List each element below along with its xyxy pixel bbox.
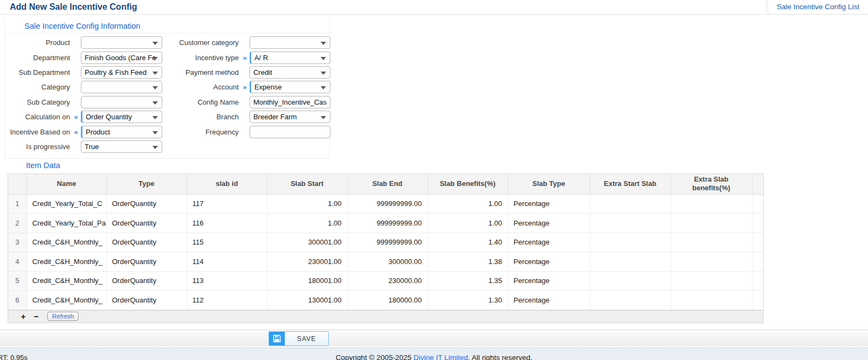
cell: Percentage — [508, 252, 590, 272]
copyright-text: Copyright © 2005-2025 Divine IT Limited.… — [0, 353, 868, 360]
cell — [752, 271, 763, 291]
required-marker: » — [70, 113, 81, 121]
page: Add New Sale Incentive Config Sale Incen… — [0, 0, 868, 360]
add-row-button[interactable]: + — [17, 311, 30, 322]
floppy-disk-icon — [269, 332, 285, 345]
cell: Percentage — [508, 214, 590, 233]
form-field-row: Payment methodCredit — [168, 65, 330, 80]
form-field-row: BranchBreeder Farm — [168, 110, 330, 124]
form-field-row: Incentive type»A/ R — [168, 50, 330, 65]
column-header-extra-slab-benefits: Extra Slab benefits(%) — [671, 174, 752, 194]
chevron-down-icon — [152, 131, 158, 134]
table-row[interactable]: 1Credit_Yearly_Total_COrderQuantity1171.… — [8, 194, 763, 214]
cell: 230000.00 — [347, 271, 427, 291]
field-value: Order Quantity — [86, 113, 158, 121]
field-value: Poultry & Fish Feed — [85, 68, 158, 76]
page-title: Add New Sale Incentive Config — [10, 2, 137, 12]
sale-incentive-config-list-link[interactable]: Sale Incentive Config List — [767, 0, 868, 15]
table-row[interactable]: 2Credit_Yearly_Total_PaOrderQuantity1161… — [8, 214, 763, 233]
column-header-slab-end: Slab End — [347, 174, 427, 194]
cell — [752, 194, 763, 214]
field-label-product: Product — [5, 38, 70, 47]
cell: 999999999.00 — [347, 214, 427, 233]
chevron-down-icon — [152, 57, 158, 60]
column-header-slab-start: Slab Start — [267, 174, 347, 194]
divine-it-link[interactable]: Divine IT Limited — [413, 353, 468, 360]
chevron-down-icon — [321, 42, 326, 45]
cell: 230001.00 — [267, 252, 347, 272]
cell — [671, 271, 752, 291]
table-row[interactable]: 5Credit_C&H_Monthly_OrderQuantity1131800… — [8, 271, 763, 291]
table-header: NameTypeslab idSlab StartSlab EndSlab Be… — [8, 174, 763, 194]
cell: 1.00 — [427, 214, 508, 233]
cell: 1.00 — [267, 194, 347, 214]
chevron-down-icon — [152, 42, 158, 45]
cell — [590, 194, 671, 214]
cell: Credit_C&H_Monthly_ — [27, 252, 106, 272]
cell: Percentage — [508, 291, 590, 310]
incentive-based-on-select[interactable]: Product — [81, 126, 162, 138]
is-progressive-select[interactable]: True — [81, 140, 162, 153]
form-field-row: Config NameMonthly_Incentive_Cash — [168, 95, 330, 110]
table-row[interactable]: 6Credit_C&H_Monthly_OrderQuantity1121300… — [8, 291, 763, 310]
field-value: Credit — [253, 68, 327, 76]
department-select[interactable]: Finish Goods (Care Fe — [81, 52, 162, 64]
account-select[interactable]: Expense — [250, 81, 330, 93]
cell — [671, 194, 752, 214]
remove-row-button[interactable]: − — [30, 311, 43, 322]
sub-department-select[interactable]: Poultry & Fish Feed — [81, 66, 162, 79]
calculation-on-select[interactable]: Order Quantity — [81, 111, 162, 123]
form-right-column: Customer categoryIncentive type»A/ RPaym… — [168, 35, 330, 154]
sub-category-select[interactable] — [81, 96, 162, 108]
column-header-blank — [8, 174, 27, 194]
cell: OrderQuantity — [106, 271, 187, 291]
cell: 117 — [187, 194, 267, 214]
table-row[interactable]: 3Credit_C&H_Monthly_OrderQuantity1153000… — [8, 233, 763, 252]
cell — [752, 252, 763, 272]
cell: Percentage — [508, 233, 590, 252]
cell — [590, 214, 671, 233]
field-label-incentive-based-on: Incentive Based on — [5, 128, 70, 136]
cell: 180001.00 — [267, 271, 347, 291]
table-row[interactable]: 4Credit_C&H_Monthly_OrderQuantity1142300… — [8, 252, 763, 272]
config-name-input[interactable]: Monthly_Incentive_Cash — [250, 96, 330, 108]
save-button[interactable]: SAVE — [269, 331, 329, 346]
form-field-row: Customer category — [168, 35, 330, 50]
category-select[interactable] — [81, 81, 162, 93]
cell — [671, 252, 752, 272]
field-value: Breeder Farm — [253, 113, 327, 121]
payment-method-select[interactable]: Credit — [250, 66, 330, 79]
item-data-grid: NameTypeslab idSlab StartSlab EndSlab Be… — [8, 173, 764, 323]
cell: Percentage — [508, 271, 590, 291]
form-field-row: Is progressiveTrue — [5, 139, 168, 154]
field-value: Product — [86, 128, 158, 136]
field-value: Expense — [254, 83, 327, 91]
row-number-cell: 3 — [8, 233, 27, 252]
field-label-sub-category: Sub Category — [5, 98, 70, 106]
chevron-down-icon — [321, 57, 326, 60]
form-field-row: DepartmentFinish Goods (Care Fe — [5, 50, 168, 65]
cell — [590, 291, 671, 310]
column-header-blank — [752, 174, 763, 194]
cell: 1.30 — [427, 291, 508, 310]
form-field-row: Account»Expense — [168, 80, 330, 94]
frequency-input[interactable] — [250, 126, 330, 138]
field-label-is-progressive: Is progressive — [5, 143, 70, 151]
branch-select[interactable]: Breeder Farm — [250, 111, 330, 123]
cell: Percentage — [508, 194, 590, 214]
row-number-cell: 5 — [8, 271, 27, 291]
row-number-cell: 6 — [8, 291, 27, 310]
field-value: Finish Goods (Care Fe — [85, 54, 158, 62]
cell: 1.40 — [427, 233, 508, 252]
customer-category-select[interactable] — [250, 36, 330, 49]
page-footer: RT: 0.95s Copyright © 2005-2025 Divine I… — [0, 348, 868, 360]
section-divider — [5, 33, 329, 34]
refresh-button[interactable]: Refresh — [47, 312, 79, 321]
incentive-type-select[interactable]: A/ R — [250, 52, 330, 64]
chevron-down-icon — [152, 86, 158, 89]
product-select[interactable] — [81, 36, 162, 49]
cell — [671, 291, 752, 310]
cell: 1.00 — [267, 214, 347, 233]
form-field-row: Frequency — [168, 124, 330, 139]
cell: OrderQuantity — [106, 291, 187, 310]
